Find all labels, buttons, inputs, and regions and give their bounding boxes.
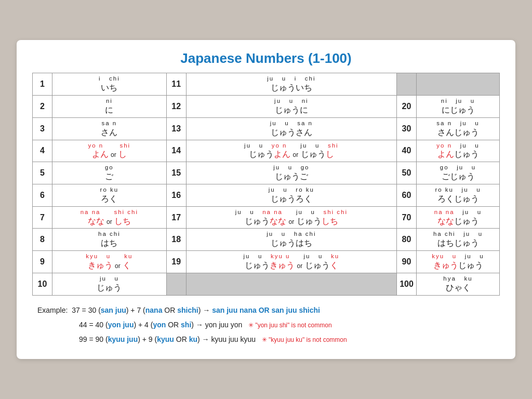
table-row: 9 kyu u ku きゅう or く 19 ju u kyu u ju u k… (33, 251, 500, 273)
table-row: 7 na na shi chi なな or しち 17 ju u na na j… (33, 206, 500, 229)
reading-cell: na na ju u ななじゅう (417, 206, 500, 229)
number-cell: 8 (33, 229, 52, 251)
number-cell: 12 (166, 96, 186, 118)
reading-cell: ju u yo n ju u shi じゅうよん or じゅうし (186, 140, 396, 162)
page-title: Japanese Numbers (1-100) (32, 50, 500, 66)
reading-cell: ju u sa n じゅうさん (186, 117, 396, 140)
example-row-3: 99 = 90 (kyuu juu) + 9 (kyuu OR ku) → ky… (37, 332, 500, 347)
number-cell: 70 (397, 206, 417, 229)
reading-cell: sa n さん (52, 117, 167, 140)
table-row: 3 sa n さん 13 ju u sa n じゅうさん 30 (33, 117, 500, 140)
table-row: 5 go ご 15 ju u go じゅうご 50 (33, 162, 500, 184)
reading-cell: ju u i chi じゅういち (186, 73, 396, 96)
reading-cell: kyu u ju u きゅうじゅう (417, 251, 500, 273)
reading-cell: ju u ha chi じゅうはち (186, 229, 396, 251)
number-cell: 16 (166, 184, 186, 207)
reading-cell: yo n ju u よんじゅう (417, 140, 500, 162)
empty-cell (186, 273, 396, 295)
number-cell: 80 (397, 229, 417, 251)
number-cell: 14 (166, 140, 186, 162)
reading-cell: go ご (52, 162, 167, 184)
number-cell: 1 (33, 73, 52, 96)
reading-cell: go ju u ごじゅう (417, 162, 500, 184)
number-cell: 7 (33, 206, 52, 229)
number-cell: 100 (397, 273, 417, 295)
reading-cell: kyu u ku きゅう or く (52, 251, 167, 273)
number-cell: 4 (33, 140, 52, 162)
numbers-table: 1 i chi いち 11 ju u i chi じゅういち (32, 73, 500, 295)
number-cell: 30 (397, 117, 417, 140)
empty-cell (397, 73, 417, 96)
table-row: 2 ni に 12 ju u ni じゅうに 20 (33, 96, 500, 118)
reading-cell: i chi いち (52, 73, 167, 96)
number-cell: 17 (166, 206, 186, 229)
number-cell: 2 (33, 96, 52, 118)
example-row-2: 44 = 40 (yon juu) + 4 (yon OR shi) → yon… (37, 317, 500, 332)
number-cell: 5 (33, 162, 52, 184)
reading-cell: ni ju u にじゅう (417, 96, 500, 118)
reading-cell: ha chi はち (52, 229, 167, 251)
table-row: 6 ro ku ろく 16 ju u ro ku じゅうろく 60 (33, 184, 500, 207)
number-cell: 20 (397, 96, 417, 118)
number-cell: 11 (166, 73, 186, 96)
number-cell: 6 (33, 184, 52, 207)
reading-cell: ju u じゅう (52, 273, 167, 295)
example-row-1: Example: 37 = 30 (san juu) + 7 (nana OR … (37, 303, 500, 317)
number-cell: 3 (33, 117, 52, 140)
number-cell: 18 (166, 229, 186, 251)
reading-cell: na na shi chi なな or しち (52, 206, 167, 229)
reading-cell: ju u na na ju u shi chi じゅうなな or じゅうしち (186, 206, 396, 229)
reading-cell: ha chi ju u はちじゅう (417, 229, 500, 251)
number-cell: 40 (397, 140, 417, 162)
number-cell: 60 (397, 184, 417, 207)
table-row: 4 yo n shi よん or し 14 ju u yo n ju u shi… (33, 140, 500, 162)
reading-cell: ju u kyu u ju u ku じゅうきゅう or じゅうく (186, 251, 396, 273)
reading-cell: ju u go じゅうご (186, 162, 396, 184)
table-row: 10 ju u じゅう 100 hya ku ひゃく (33, 273, 500, 295)
table-row: 1 i chi いち 11 ju u i chi じゅういち (33, 73, 500, 96)
main-card: Japanese Numbers (1-100) 1 i chi いち 11 j… (17, 40, 515, 358)
reading-cell: ro ku ろく (52, 184, 167, 207)
number-cell: 50 (397, 162, 417, 184)
number-cell: 19 (166, 251, 186, 273)
reading-cell: sa n ju u さんじゅう (417, 117, 500, 140)
reading-cell: ju u ro ku じゅうろく (186, 184, 396, 207)
number-cell: 15 (166, 162, 186, 184)
reading-cell: ju u ni じゅうに (186, 96, 396, 118)
reading-cell: ro ku ju u ろくじゅう (417, 184, 500, 207)
example-section: Example: 37 = 30 (san juu) + 7 (nana OR … (32, 303, 500, 347)
table-row: 8 ha chi はち 18 ju u ha chi じゅうはち 80 (33, 229, 500, 251)
reading-cell: hya ku ひゃく (417, 273, 500, 295)
reading-cell: yo n shi よん or し (52, 140, 167, 162)
empty-cell (417, 73, 500, 96)
number-cell: 90 (397, 251, 417, 273)
number-cell: 13 (166, 117, 186, 140)
empty-cell (166, 273, 186, 295)
reading-cell: ni に (52, 96, 167, 118)
number-cell: 10 (33, 273, 52, 295)
number-cell: 9 (33, 251, 52, 273)
